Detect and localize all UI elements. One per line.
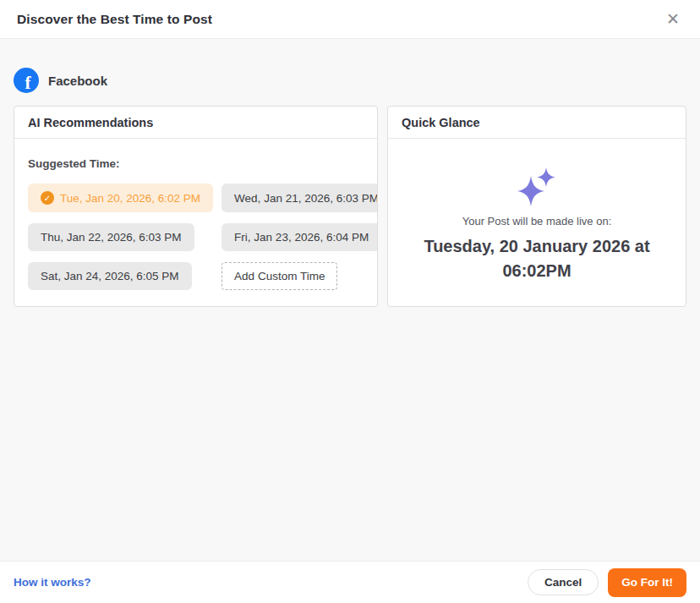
go-for-it-button[interactable]: Go For It! xyxy=(608,568,686,597)
quick-glance-heading: Quick Glance xyxy=(388,107,686,139)
time-chip-label: Wed, Jan 21, 2026, 6:03 PM xyxy=(234,192,378,205)
sparkles-icon xyxy=(513,167,561,206)
time-chip[interactable]: Thu, Jan 22, 2026, 6:03 PM xyxy=(28,223,194,251)
time-chip-label: Thu, Jan 22, 2026, 6:03 PM xyxy=(41,231,182,244)
live-datetime: Tuesday, 20 January 2026 at 06:02PM xyxy=(410,234,664,283)
cancel-button[interactable]: Cancel xyxy=(528,569,599,595)
ai-recommendations-panel: AI Recommendations Suggested Time: ✓ Tue… xyxy=(14,106,378,307)
time-chip-label: Sat, Jan 24, 2026, 6:05 PM xyxy=(41,270,179,282)
quick-glance-panel: Quick Glance Your Post will be made live… xyxy=(387,106,686,307)
add-custom-time-label: Add Custom Time xyxy=(234,270,325,282)
ai-recommendations-heading: AI Recommendations xyxy=(14,107,377,139)
time-chip[interactable]: Sat, Jan 24, 2026, 6:05 PM xyxy=(28,262,192,290)
platform-name: Facebook xyxy=(48,74,107,88)
suggested-time-label: Suggested Time: xyxy=(28,157,364,170)
live-caption: Your Post will be made live on: xyxy=(462,215,612,227)
panels-row: AI Recommendations Suggested Time: ✓ Tue… xyxy=(14,106,686,307)
facebook-letter: f xyxy=(25,73,31,93)
discover-best-time-modal: Discover the Best Time to Post ✕ f Faceb… xyxy=(0,0,700,603)
modal-title: Discover the Best Time to Post xyxy=(17,12,212,27)
facebook-icon: f xyxy=(14,68,39,93)
footer-actions: Cancel Go For It! xyxy=(528,568,686,597)
ai-recommendations-body: Suggested Time: ✓ Tue, Jan 20, 2026, 6:0… xyxy=(14,139,377,304)
time-chip-selected[interactable]: ✓ Tue, Jan 20, 2026, 6:02 PM xyxy=(28,184,213,212)
modal-footer: How it works? Cancel Go For It! xyxy=(0,561,700,603)
check-badge-icon: ✓ xyxy=(41,191,54,205)
modal-header: Discover the Best Time to Post ✕ xyxy=(0,0,700,39)
time-chip-label: Fri, Jan 23, 2026, 6:04 PM xyxy=(234,231,369,244)
close-icon[interactable]: ✕ xyxy=(663,9,683,29)
quick-glance-body: Your Post will be made live on: Tuesday,… xyxy=(388,139,686,283)
time-chip[interactable]: Wed, Jan 21, 2026, 6:03 PM xyxy=(221,184,378,212)
add-custom-time-button[interactable]: Add Custom Time xyxy=(221,262,337,290)
modal-body: f Facebook AI Recommendations Suggested … xyxy=(0,39,700,561)
suggested-time-chips: ✓ Tue, Jan 20, 2026, 6:02 PM Wed, Jan 21… xyxy=(28,184,364,290)
time-chip-label: Tue, Jan 20, 2026, 6:02 PM xyxy=(60,192,200,205)
time-chip[interactable]: Fri, Jan 23, 2026, 6:04 PM xyxy=(221,223,378,251)
how-it-works-link[interactable]: How it works? xyxy=(14,576,91,589)
platform-row: f Facebook xyxy=(14,68,686,93)
